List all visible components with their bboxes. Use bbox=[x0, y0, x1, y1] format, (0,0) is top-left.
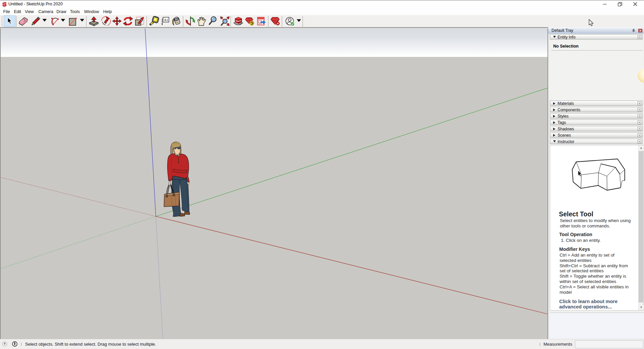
svg-text:A1: A1 bbox=[164, 18, 168, 22]
